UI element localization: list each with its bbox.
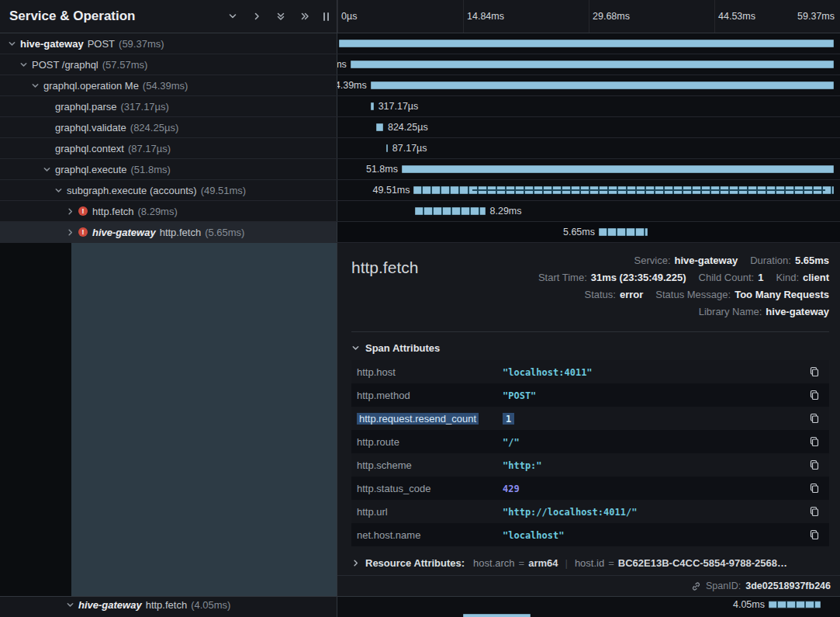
attribute-value: "localhost:4011" [503,367,593,378]
copy-icon[interactable] [809,529,820,540]
span-meta: Service:hive-gatewayDuration:5.65msStart… [351,252,829,321]
span-row[interactable]: graphql.context(87.17µs)87.17µs [0,138,840,159]
span-row-name-cell: !http.fetch(8.29ms) [0,201,337,221]
expand-all-icon[interactable] [300,12,309,21]
span-bar[interactable] [463,614,531,617]
span-row[interactable]: graphql.validate(824.25µs)824.25µs [0,117,840,138]
span-bar[interactable] [351,61,834,68]
span-row-name-cell: subgraph.execute (accounts)(49.51ms) [0,180,337,200]
attribute-key-cell: http.host [357,366,503,378]
meta-value: 1 [758,272,763,283]
error-icon: ! [78,227,88,237]
span-bar[interactable] [339,40,834,47]
chevron-down-icon[interactable] [29,81,41,90]
ruler-tick: 14.84ms [467,11,504,22]
attribute-row: http.request.resend_count1 [351,407,829,430]
meta-label: Kind: [776,272,799,283]
span-row-name-cell: graphql.validate(824.25µs) [0,117,337,137]
bar-duration-label: 317.17µs [379,101,419,112]
attribute-value: 1 [503,413,514,425]
span-bar[interactable] [371,102,374,110]
attribute-row: http.scheme"http:" [351,453,829,477]
attribute-value-cell: "localhost:4011" [503,366,801,378]
attribute-value-cell: "http:" [503,459,801,471]
operation-name: graphql.context [55,143,124,154]
attribute-key: http.url [357,506,388,518]
span-bar[interactable] [413,186,834,194]
span-bar[interactable] [376,123,383,131]
meta-value: client [803,272,829,283]
chevron-down-icon[interactable] [41,165,53,174]
meta-value: hive-gateway [675,255,738,266]
collapse-one-icon[interactable] [228,12,237,21]
bar-duration-label: 51.8ms [366,164,398,175]
chevron-down-icon[interactable] [53,186,64,195]
left-panel-header: Service & Operation [0,0,337,33]
span-duration: (824.25µs) [130,122,178,133]
span-row[interactable] [0,612,840,617]
meta-label: Status: [585,289,616,300]
attribute-key: http.host [357,366,396,378]
meta-service: Service:hive-gateway [634,255,738,266]
collapse-all-icon[interactable] [276,12,285,21]
span-row[interactable]: hive-gatewayhttp.fetch(4.05ms)4.05ms [0,597,840,612]
span-attributes-toggle[interactable]: Span Attributes [351,342,829,354]
span-duration: (317.17µs) [121,101,169,113]
bar-duration-label: 49.51ms [373,185,410,196]
span-row-waterfall-cell: 5.65ms [337,222,840,242]
span-duration: (87.17µs) [128,143,171,154]
link-icon[interactable] [691,581,701,591]
span-row[interactable]: !http.fetch(8.29ms)8.29ms [0,201,840,222]
span-bar[interactable] [371,81,834,89]
copy-icon[interactable] [809,366,820,377]
span-row[interactable]: hive-gatewayPOST(59.37ms) [0,33,840,54]
copy-icon[interactable] [809,413,820,424]
service-name: hive-gateway [78,599,142,611]
panel-resize-handle[interactable] [322,11,330,23]
attribute-value: "POST" [503,390,536,401]
operation-name: http.fetch [146,599,187,611]
span-row-selected[interactable]: !hive-gatewayhttp.fetch(5.65ms)5.65ms [0,222,840,243]
copy-icon[interactable] [809,390,820,400]
span-row[interactable]: subgraph.execute (accounts)(49.51ms)49.5… [0,180,840,201]
attribute-key: http.scheme [357,459,412,471]
copy-icon[interactable] [809,483,820,494]
resource-attributes-toggle[interactable]: Resource Attributes: host.arch=arm64|hos… [351,557,829,569]
span-bar[interactable] [402,165,834,173]
span-row-name-cell: !hive-gatewayhttp.fetch(5.65ms) [0,222,337,242]
chevron-down-icon[interactable] [6,40,18,48]
selected-span-indent-block [71,243,337,596]
span-bar[interactable] [386,144,388,152]
span-bar[interactable] [769,601,821,608]
chevron-down-icon[interactable] [64,601,76,609]
meta-label: Duration: [750,255,791,266]
span-row[interactable]: graphql.execute(51.8ms)51.8ms [0,159,840,180]
attribute-key: http.status_code [357,483,430,494]
span-bar[interactable] [415,207,486,215]
span-row-name-cell: graphql.parse(317.17µs) [0,96,337,116]
meta-label: Child Count: [699,272,755,283]
ruler-tick: 44.53ms [718,11,755,22]
chevron-right-icon [351,559,360,567]
attribute-value-cell: "http://localhost:4011/" [503,506,801,518]
expand-one-icon[interactable] [252,12,261,21]
span-bar[interactable] [599,228,648,236]
span-row[interactable]: graphql.parse(317.17µs)317.17µs [0,96,840,117]
spanid-value: 3de02518937fb246 [745,581,831,591]
chevron-right-icon[interactable] [64,207,76,216]
ruler-tick: 59.37ms [797,11,835,22]
copy-icon[interactable] [809,506,820,517]
chevron-down-icon[interactable] [18,61,29,69]
spanid-label: SpanID: [706,581,741,591]
chevron-right-icon[interactable] [64,228,76,237]
copy-icon[interactable] [809,459,820,470]
span-duration: (4.05ms) [191,599,230,611]
bar-duration-label: 87.17µs [392,143,427,154]
span-row[interactable]: graphql.operation Me(54.39ms)54.39ms [0,75,840,96]
span-row[interactable]: POST /graphql(57.57ms)57.57ms [0,54,840,75]
attribute-value: 429 [503,484,520,494]
equals-sign: = [519,557,525,569]
bar-duration-label: 8.29ms [490,206,522,217]
copy-icon[interactable] [809,436,820,447]
meta-line: Start Time:31ms (23:35:49.225)Child Coun… [351,269,829,286]
